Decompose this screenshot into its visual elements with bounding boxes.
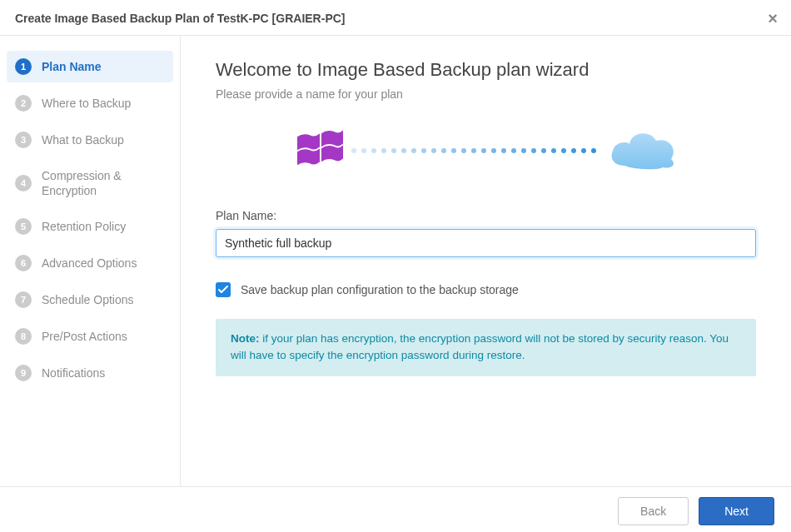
step-number: 9 bbox=[15, 365, 32, 381]
step-number: 5 bbox=[15, 218, 32, 235]
next-button[interactable]: Next bbox=[699, 497, 774, 525]
sidebar-step-schedule[interactable]: 7 Schedule Options bbox=[7, 284, 173, 316]
windows-logo-icon bbox=[293, 126, 343, 176]
cloud-icon bbox=[604, 126, 679, 176]
step-label: What to Backup bbox=[42, 132, 124, 147]
close-icon[interactable]: × bbox=[768, 10, 778, 27]
sidebar-step-advanced[interactable]: 6 Advanced Options bbox=[7, 247, 173, 279]
step-number: 1 bbox=[15, 58, 32, 75]
dialog-footer: Back Next bbox=[0, 487, 791, 532]
step-number: 7 bbox=[15, 291, 32, 308]
backup-illustration bbox=[216, 126, 756, 176]
sidebar-step-compression[interactable]: 4 Compression & Encryption bbox=[7, 161, 173, 206]
back-button[interactable]: Back bbox=[618, 497, 689, 525]
wizard-main: Welcome to Image Based Backup plan wizar… bbox=[181, 36, 791, 486]
step-label: Advanced Options bbox=[42, 256, 137, 271]
dialog-body: 1 Plan Name 2 Where to Backup 3 What to … bbox=[0, 35, 791, 487]
page-subtitle: Please provide a name for your plan bbox=[216, 87, 756, 101]
encryption-note: Note: if your plan has encryption, the e… bbox=[216, 319, 756, 376]
transfer-dots-icon bbox=[351, 148, 596, 153]
step-label: Schedule Options bbox=[42, 292, 134, 307]
note-text: if your plan has encryption, the encrypt… bbox=[231, 332, 729, 361]
step-number: 6 bbox=[15, 255, 32, 271]
sidebar-step-retention[interactable]: 5 Retention Policy bbox=[7, 211, 173, 242]
sidebar-step-what[interactable]: 3 What to Backup bbox=[7, 124, 173, 156]
step-label: Where to Backup bbox=[42, 96, 131, 111]
save-config-checkbox[interactable] bbox=[216, 282, 231, 297]
step-label: Retention Policy bbox=[42, 219, 126, 234]
save-config-row: Save backup plan configuration to the ba… bbox=[216, 282, 756, 297]
dialog-title: Create Image Based Backup Plan of TestK-… bbox=[15, 12, 346, 25]
plan-name-label: Plan Name: bbox=[216, 209, 756, 222]
step-number: 4 bbox=[15, 175, 32, 191]
sidebar-step-notifications[interactable]: 9 Notifications bbox=[7, 357, 173, 389]
step-label: Pre/Post Actions bbox=[42, 329, 127, 344]
plan-name-input[interactable] bbox=[216, 229, 756, 257]
dialog-header: Create Image Based Backup Plan of TestK-… bbox=[0, 0, 791, 35]
step-label: Notifications bbox=[42, 365, 105, 380]
sidebar-step-prepost[interactable]: 8 Pre/Post Actions bbox=[7, 321, 173, 352]
step-number: 2 bbox=[15, 95, 32, 112]
wizard-sidebar: 1 Plan Name 2 Where to Backup 3 What to … bbox=[0, 36, 181, 486]
step-label: Compression & Encryption bbox=[42, 168, 165, 198]
page-title: Welcome to Image Based Backup plan wizar… bbox=[216, 59, 756, 81]
sidebar-step-plan-name[interactable]: 1 Plan Name bbox=[7, 51, 173, 82]
save-config-label: Save backup plan configuration to the ba… bbox=[241, 283, 519, 296]
step-number: 3 bbox=[15, 132, 32, 148]
step-label: Plan Name bbox=[42, 59, 102, 74]
note-prefix: Note: bbox=[231, 332, 260, 345]
step-number: 8 bbox=[15, 328, 32, 345]
sidebar-step-where[interactable]: 2 Where to Backup bbox=[7, 87, 173, 119]
